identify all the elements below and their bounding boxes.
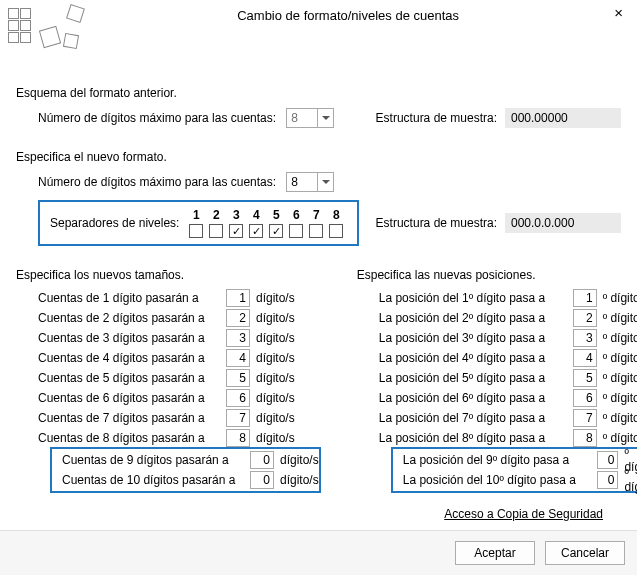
- new-max-digits-label: Número de dígitos máximo para las cuenta…: [38, 175, 276, 189]
- right-row-unit: º dígito: [603, 431, 637, 445]
- left-row-unit: dígito/s: [280, 473, 319, 487]
- left-row-unit: dígito/s: [256, 391, 295, 405]
- chevron-down-icon: [317, 173, 333, 191]
- right-row-label: La posición del 10º dígito pasa a: [403, 473, 591, 487]
- left-row-label: Cuentas de 2 dígitos pasarán a: [38, 311, 220, 325]
- left-row-input-2[interactable]: 2: [226, 309, 250, 327]
- right-row-input-8[interactable]: 8: [573, 429, 597, 447]
- close-icon[interactable]: ×: [610, 6, 627, 20]
- left-row-label: Cuentas de 10 dígitos pasarán a: [62, 473, 244, 487]
- new-structure-label: Estructura de muestra:: [376, 216, 505, 230]
- left-row-unit: dígito/s: [256, 311, 295, 325]
- left-row-label: Cuentas de 5 dígitos pasarán a: [38, 371, 220, 385]
- sep-checkbox-4[interactable]: ✓: [249, 224, 263, 238]
- sep-col-number: 1: [193, 208, 200, 222]
- left-row-input-8[interactable]: 8: [226, 429, 250, 447]
- section-new-format: Especifica el nuevo formato.: [16, 150, 621, 164]
- sizes-header: Especifica los nuevos tamaños.: [16, 268, 321, 282]
- left-row-label: Cuentas de 7 dígitos pasarán a: [38, 411, 220, 425]
- left-row-input-9[interactable]: 0: [250, 451, 274, 469]
- left-row-input-5[interactable]: 5: [226, 369, 250, 387]
- right-row-unit: º dígito: [603, 371, 637, 385]
- new-max-digits-select[interactable]: 8: [286, 172, 334, 192]
- left-row-label: Cuentas de 8 dígitos pasarán a: [38, 431, 220, 445]
- sep-checkbox-6[interactable]: [289, 224, 303, 238]
- prev-structure-label: Estructura de muestra:: [376, 111, 505, 125]
- right-row-unit: º dígito: [603, 351, 637, 365]
- right-row-label: La posición del 2º dígito pasa a: [379, 311, 567, 325]
- left-row-unit: dígito/s: [256, 411, 295, 425]
- right-row-input-2[interactable]: 2: [573, 309, 597, 327]
- right-row-input-6[interactable]: 6: [573, 389, 597, 407]
- backup-link[interactable]: Acceso a Copia de Seguridad: [16, 507, 603, 521]
- left-row-label: Cuentas de 9 dígitos pasarán a: [62, 453, 244, 467]
- left-row-input-10[interactable]: 0: [250, 471, 274, 489]
- left-row-unit: dígito/s: [256, 431, 295, 445]
- right-row-input-10[interactable]: 0: [597, 471, 619, 489]
- right-row-input-1[interactable]: 1: [573, 289, 597, 307]
- sep-col-number: 2: [213, 208, 220, 222]
- left-row-input-7[interactable]: 7: [226, 409, 250, 427]
- right-row-unit: º dígito: [624, 466, 637, 494]
- right-row-unit: º dígito: [603, 391, 637, 405]
- prev-structure-value: 000.00000: [505, 108, 621, 128]
- left-row-input-3[interactable]: 3: [226, 329, 250, 347]
- sep-checkbox-7[interactable]: [309, 224, 323, 238]
- right-row-label: La posición del 7º dígito pasa a: [379, 411, 567, 425]
- right-row-unit: º dígito: [603, 311, 637, 325]
- accept-button[interactable]: Aceptar: [455, 541, 535, 565]
- chevron-down-icon: [317, 109, 333, 127]
- right-row-label: La posición del 9º dígito pasa a: [403, 453, 591, 467]
- right-row-label: La posición del 1º dígito pasa a: [379, 291, 567, 305]
- sep-col-number: 7: [313, 208, 320, 222]
- left-row-label: Cuentas de 1 dígito pasarán a: [38, 291, 220, 305]
- right-row-input-4[interactable]: 4: [573, 349, 597, 367]
- level-separators-group: Separadores de niveles: 123✓4✓5✓678: [38, 200, 359, 246]
- sep-checkbox-8[interactable]: [329, 224, 343, 238]
- new-max-digits-value: 8: [291, 175, 298, 189]
- left-row-input-1[interactable]: 1: [226, 289, 250, 307]
- cancel-button[interactable]: Cancelar: [545, 541, 625, 565]
- right-row-label: La posición del 8º dígito pasa a: [379, 431, 567, 445]
- right-row-input-3[interactable]: 3: [573, 329, 597, 347]
- right-row-label: La posición del 4º dígito pasa a: [379, 351, 567, 365]
- left-row-unit: dígito/s: [280, 453, 319, 467]
- left-row-input-6[interactable]: 6: [226, 389, 250, 407]
- app-icon: [6, 6, 86, 54]
- right-row-input-5[interactable]: 5: [573, 369, 597, 387]
- sep-col-number: 3: [233, 208, 240, 222]
- positions-header: Especifica las nuevas posiciones.: [357, 268, 637, 282]
- left-row-unit: dígito/s: [256, 351, 295, 365]
- prev-max-digits-label: Número de dígitos máximo para las cuenta…: [38, 111, 276, 125]
- left-row-label: Cuentas de 6 dígitos pasarán a: [38, 391, 220, 405]
- level-separators-label: Separadores de niveles:: [50, 216, 179, 230]
- right-row-label: La posición del 6º dígito pasa a: [379, 391, 567, 405]
- sep-checkbox-3[interactable]: ✓: [229, 224, 243, 238]
- left-row-unit: dígito/s: [256, 291, 295, 305]
- sep-col-number: 8: [333, 208, 340, 222]
- prev-max-digits-select: 8: [286, 108, 334, 128]
- sep-col-number: 4: [253, 208, 260, 222]
- right-row-unit: º dígito: [603, 291, 637, 305]
- sep-checkbox-2[interactable]: [209, 224, 223, 238]
- new-structure-value: 000.0.0.000: [505, 213, 621, 233]
- right-row-input-7[interactable]: 7: [573, 409, 597, 427]
- sep-col-number: 6: [293, 208, 300, 222]
- right-row-label: La posición del 3º dígito pasa a: [379, 331, 567, 345]
- left-row-unit: dígito/s: [256, 331, 295, 345]
- section-prev-format: Esquema del formato anterior.: [16, 86, 621, 100]
- right-row-unit: º dígito: [603, 331, 637, 345]
- sep-checkbox-1[interactable]: [189, 224, 203, 238]
- prev-max-digits-value: 8: [291, 111, 298, 125]
- left-row-input-4[interactable]: 4: [226, 349, 250, 367]
- left-row-label: Cuentas de 4 dígitos pasarán a: [38, 351, 220, 365]
- right-highlight-group: La posición del 9º dígito pasa a0º dígit…: [391, 447, 637, 493]
- right-row-input-9[interactable]: 0: [597, 451, 619, 469]
- right-row-unit: º dígito: [603, 411, 637, 425]
- right-row-label: La posición del 5º dígito pasa a: [379, 371, 567, 385]
- left-row-label: Cuentas de 3 dígitos pasarán a: [38, 331, 220, 345]
- sep-checkbox-5[interactable]: ✓: [269, 224, 283, 238]
- left-row-unit: dígito/s: [256, 371, 295, 385]
- sep-col-number: 5: [273, 208, 280, 222]
- dialog-title: Cambio de formato/niveles de cuentas: [86, 6, 610, 23]
